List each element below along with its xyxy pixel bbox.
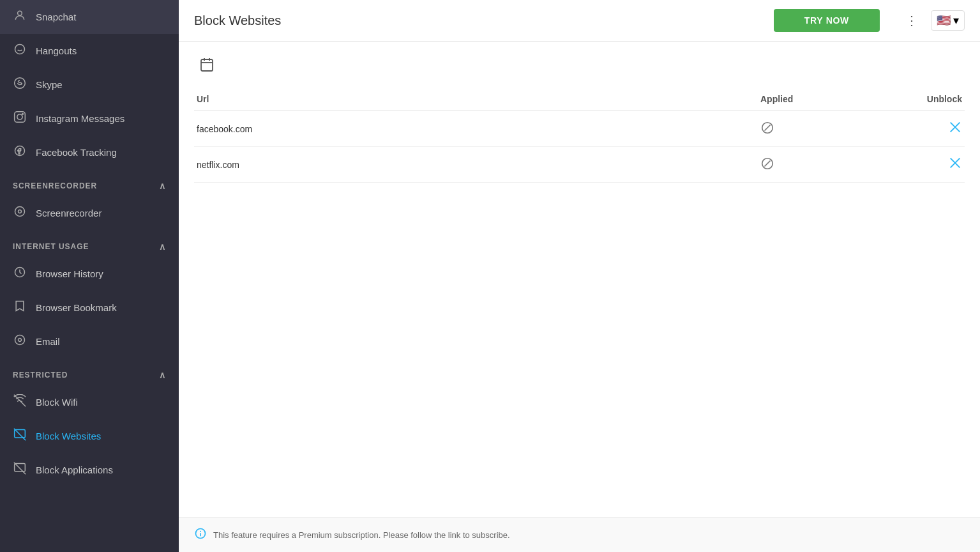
block-apps-icon (13, 462, 27, 478)
applied-cell-facebook (760, 121, 888, 137)
unblock-cell-facebook (888, 120, 965, 137)
sidebar-item-browser-bookmark[interactable]: Browser Bookmark (0, 291, 179, 325)
svg-point-0 (18, 11, 22, 15)
section-screenrecorder[interactable]: SCREENRECORDER ∧ (0, 173, 179, 196)
svg-point-3 (17, 114, 22, 119)
unblock-button-facebook[interactable] (948, 120, 962, 137)
sidebar-item-hangouts[interactable]: Hangouts (0, 34, 179, 68)
skype-icon (13, 77, 27, 93)
screenrecorder-icon (13, 205, 27, 221)
try-now-button[interactable]: TRY NOW (774, 9, 880, 32)
table-header-row: Url Applied Unblock (194, 88, 965, 111)
snapchat-icon (13, 9, 27, 25)
sidebar-item-block-applications-label: Block Applications (36, 464, 113, 475)
svg-line-13 (14, 429, 26, 440)
sidebar-item-email[interactable]: Email (0, 325, 179, 358)
svg-line-15 (14, 463, 26, 474)
unblock-cell-netflix (888, 156, 965, 173)
sidebar-item-snapchat-label: Snapchat (36, 12, 76, 22)
sidebar: Snapchat Hangouts Skype Instagram Messag… (0, 0, 179, 552)
instagram-icon (13, 111, 27, 126)
clock-icon (13, 266, 27, 282)
sidebar-item-instagram-label: Instagram Messages (36, 113, 124, 124)
email-icon (13, 334, 27, 349)
info-icon (194, 527, 207, 543)
svg-rect-16 (201, 59, 213, 71)
svg-line-21 (764, 125, 770, 130)
block-icon (760, 121, 774, 135)
sidebar-item-browser-history[interactable]: Browser History (0, 257, 179, 291)
unblock-button-netflix[interactable] (948, 156, 962, 173)
url-cell-netflix: netflix.com (194, 160, 760, 170)
svg-point-1 (15, 45, 25, 54)
svg-point-7 (19, 210, 22, 213)
sidebar-item-block-applications[interactable]: Block Applications (0, 453, 179, 487)
header-actions: ⋮ 🇺🇸 ▾ (900, 10, 965, 31)
sidebar-item-block-websites[interactable]: Block Websites (0, 419, 179, 453)
sidebar-item-browser-bookmark-label: Browser Bookmark (36, 302, 117, 313)
sidebar-item-block-wifi[interactable]: Block Wifi (0, 385, 179, 419)
chevron-screenrecorder-icon: ∧ (159, 181, 166, 191)
footer-bar: This feature requires a Premium subscrip… (179, 518, 980, 552)
sidebar-item-hangouts-label: Hangouts (36, 45, 77, 56)
svg-point-9 (15, 335, 25, 345)
flag-icon: 🇺🇸 (937, 13, 951, 27)
wifi-off-icon (13, 394, 27, 410)
sidebar-item-instagram[interactable]: Instagram Messages (0, 102, 179, 135)
blocked-websites-table: Url Applied Unblock facebook.com (194, 88, 965, 183)
block-websites-icon (13, 428, 27, 444)
close-icon (948, 156, 962, 170)
svg-rect-2 (15, 112, 26, 123)
more-options-button[interactable]: ⋮ (900, 10, 923, 31)
hangouts-icon (13, 43, 27, 59)
section-internet-usage[interactable]: INTERNET USAGE ∧ (0, 234, 179, 257)
svg-point-4 (22, 114, 24, 115)
chevron-restricted-icon: ∧ (159, 370, 166, 380)
table-row: facebook.com (194, 111, 965, 147)
sidebar-item-browser-history-label: Browser History (36, 268, 103, 279)
col-header-applied: Applied (760, 94, 888, 104)
close-icon (948, 120, 962, 134)
sidebar-item-block-wifi-label: Block Wifi (36, 397, 78, 408)
facebook-icon (13, 144, 27, 160)
main-content: Block Websites TRY NOW ⋮ 🇺🇸 ▾ Url Applie… (179, 0, 980, 552)
sidebar-item-block-websites-label: Block Websites (36, 431, 101, 441)
language-selector[interactable]: 🇺🇸 ▾ (931, 10, 965, 31)
svg-point-6 (15, 207, 25, 217)
svg-point-10 (19, 339, 22, 342)
content-area: Url Applied Unblock facebook.com (179, 42, 980, 518)
page-title: Block Websites (194, 13, 764, 28)
chevron-internet-usage-icon: ∧ (159, 241, 166, 252)
url-cell-facebook: facebook.com (194, 124, 760, 134)
calendar-button[interactable] (194, 52, 220, 81)
sidebar-item-snapchat[interactable]: Snapchat (0, 0, 179, 34)
sidebar-item-skype-label: Skype (36, 79, 63, 90)
col-header-unblock: Unblock (888, 94, 965, 104)
col-header-url: Url (194, 94, 760, 104)
sidebar-item-screenrecorder-label: Screenrecorder (36, 208, 102, 218)
sidebar-item-skype[interactable]: Skype (0, 68, 179, 102)
footer-text: This feature requires a Premium subscrip… (213, 530, 510, 540)
bookmark-icon (13, 300, 27, 316)
svg-line-25 (764, 160, 770, 166)
table-row: netflix.com (194, 147, 965, 183)
block-icon (760, 157, 774, 171)
page-header: Block Websites TRY NOW ⋮ 🇺🇸 ▾ (179, 0, 980, 42)
sidebar-item-screenrecorder[interactable]: Screenrecorder (0, 196, 179, 230)
applied-cell-netflix (760, 157, 888, 172)
sidebar-item-facebook-tracking[interactable]: Facebook Tracking (0, 135, 179, 169)
sidebar-item-email-label: Email (36, 336, 60, 347)
flag-chevron-icon: ▾ (953, 13, 959, 27)
section-restricted[interactable]: RESTRICTED ∧ (0, 362, 179, 385)
sidebar-item-facebook-tracking-label: Facebook Tracking (36, 147, 117, 158)
